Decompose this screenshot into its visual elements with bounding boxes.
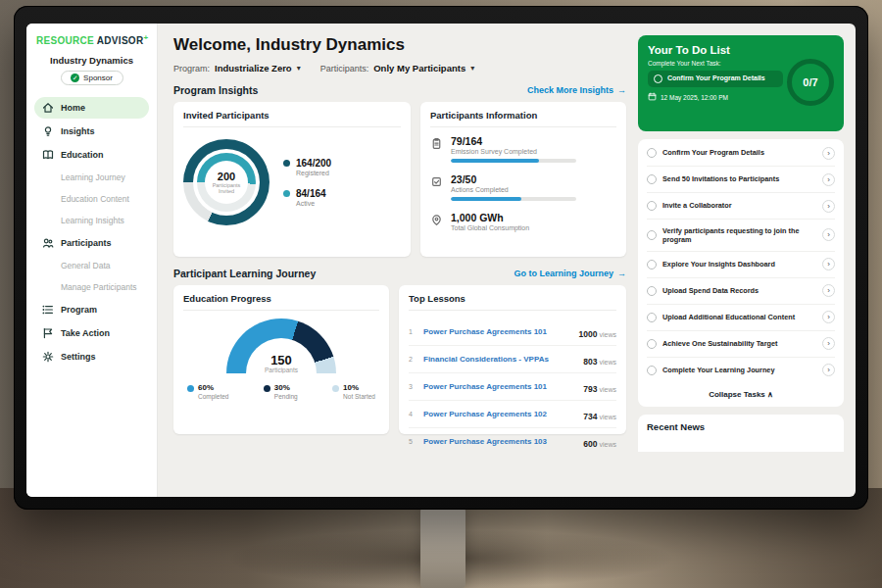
invited-total: 200 [218, 171, 235, 182]
task-checkbox-icon [654, 74, 662, 83]
sidebar-item-settings[interactable]: Settings [34, 346, 149, 368]
pending-pct: 30% [274, 383, 290, 392]
participants-information-card: Participants Information 79/164 Emission… [420, 102, 626, 257]
chevron-right-icon[interactable]: › [822, 364, 835, 376]
sidebar-item-home[interactable]: Home [34, 97, 149, 119]
task-row[interactable]: Invite a Collaborator › [647, 193, 835, 220]
lesson-link[interactable]: Power Purchase Agreements 103 [423, 437, 576, 446]
sidebar-item-learning-insights[interactable]: Learning Insights [34, 211, 149, 230]
lesson-views: 793 [583, 384, 597, 394]
program-filter-label: Program: [173, 64, 210, 74]
card-title: Top Lessons [409, 293, 616, 311]
sidebar-item-education[interactable]: Education [34, 144, 149, 166]
arrow-right-icon: → [617, 269, 626, 278]
sidebar-item-program[interactable]: Program [34, 299, 149, 320]
task-checkbox[interactable] [647, 339, 657, 349]
monitor-bezel: RESOURCE ADVISOR+ Industry Dynamics ✓ Sp… [14, 6, 868, 510]
task-checkbox[interactable] [647, 230, 657, 240]
active-label: Active [296, 200, 326, 207]
task-row[interactable]: Upload Spend Data Records › [647, 278, 835, 305]
chevron-right-icon[interactable]: › [822, 173, 835, 186]
not-started-pct: 10% [343, 383, 359, 392]
lesson-link[interactable]: Financial Considerations - VPPAs [423, 355, 576, 364]
donut-gap: 200 Participants Invited [193, 149, 260, 216]
task-row[interactable]: Upload Additional Educational Content › [647, 305, 835, 331]
sponsor-badge[interactable]: ✓ Sponsor [61, 71, 123, 85]
task-checkbox[interactable] [647, 313, 657, 322]
task-row[interactable]: Verify participants requesting to join t… [647, 220, 835, 252]
lesson-views: 600 [583, 439, 597, 449]
go-to-learning-journey-link[interactable]: Go to Learning Journey → [514, 269, 626, 278]
next-task-pill[interactable]: Confirm Your Program Details [648, 71, 783, 87]
sidebar-item-insights[interactable]: Insights [34, 121, 149, 142]
arrow-right-icon: → [617, 85, 626, 95]
participants-filter-value[interactable]: Only My Participants [373, 63, 466, 74]
link-label: Go to Learning Journey [514, 269, 613, 278]
chevron-right-icon[interactable]: › [822, 258, 835, 270]
actions-check-icon [430, 174, 443, 187]
chevron-right-icon[interactable]: › [822, 337, 835, 350]
pending-dot [264, 385, 270, 392]
sidebar-item-label: Participants [61, 238, 112, 248]
logo-resource: RESOURCE [36, 35, 94, 46]
lesson-link[interactable]: Power Purchase Agreements 102 [423, 410, 576, 418]
task-checkbox[interactable] [647, 260, 657, 270]
participants-filter-label: Participants: [320, 64, 369, 74]
insights-icon [42, 125, 54, 137]
task-label: Complete Your Learning Journey [662, 366, 816, 374]
task-checkbox[interactable] [647, 148, 657, 158]
card-title: Participants Information [430, 110, 616, 127]
lesson-link[interactable]: Power Purchase Agreements 101 [423, 382, 576, 391]
stat-label: Emission Survey Completed [451, 148, 616, 155]
invited-donut: 200 Participants Invited [183, 139, 270, 225]
education-progress-card: Education Progress 150 Participants [173, 285, 389, 434]
chevron-down-icon: ▾ [470, 64, 474, 73]
task-checkbox[interactable] [647, 174, 657, 184]
task-row[interactable]: Confirm Your Program Details › [647, 140, 835, 167]
chevron-right-icon[interactable]: › [822, 284, 835, 297]
task-checkbox[interactable] [647, 286, 657, 296]
chevron-right-icon[interactable]: › [822, 311, 835, 323]
task-row[interactable]: Achieve One Sustainability Target › [647, 331, 835, 358]
task-checkbox[interactable] [647, 201, 657, 211]
chevron-right-icon[interactable]: › [822, 228, 835, 241]
program-filter-value[interactable]: Industrialize Zero [215, 63, 292, 74]
todo-summary-card: Your To Do List Complete Your Next Task:… [638, 35, 844, 131]
check-more-insights-link[interactable]: Check More Insights → [527, 85, 626, 95]
sidebar-item-participants[interactable]: Participants [34, 232, 149, 254]
lesson-link[interactable]: Power Purchase Agreements 101 [423, 327, 572, 336]
task-row[interactable]: Send 50 Invitations to Participants › [647, 167, 835, 193]
registered-label: Registered [296, 170, 331, 176]
task-row[interactable]: Complete Your Learning Journey › [647, 358, 835, 383]
sponsor-label: Sponsor [83, 74, 113, 82]
task-label: Achieve One Sustainability Target [662, 339, 816, 348]
chevron-right-icon[interactable]: › [822, 147, 835, 160]
program-filter[interactable]: Program: Industrialize Zero ▾ [173, 63, 301, 74]
sidebar-item-manage-participants[interactable]: Manage Participants [34, 277, 149, 297]
lesson-row: 2 Financial Considerations - VPPAs 803vi… [409, 346, 616, 373]
sidebar-item-education-content[interactable]: Education Content [34, 189, 149, 209]
sidebar-item-label: Learning Journey [61, 172, 125, 182]
task-checkbox[interactable] [647, 366, 657, 375]
task-label: Confirm Your Program Details [662, 148, 816, 157]
main-area: Welcome, Industry Dynamics Program: Indu… [158, 24, 856, 497]
invited-donut-inner-ring: 200 Participants Invited [197, 153, 256, 212]
task-row[interactable]: Explore Your Insights Dashboard › [647, 252, 835, 278]
photo-background: RESOURCE ADVISOR+ Industry Dynamics ✓ Sp… [0, 0, 882, 588]
card-title: Education Progress [183, 293, 379, 311]
program-insights-title: Program Insights [173, 84, 258, 96]
chevron-right-icon[interactable]: › [822, 200, 835, 213]
task-label: Send 50 Invitations to Participants [662, 174, 816, 183]
sidebar: RESOURCE ADVISOR+ Industry Dynamics ✓ Sp… [26, 24, 158, 497]
collapse-tasks-button[interactable]: Collapse Tasks ∧ [647, 383, 835, 407]
not-started-dot [332, 385, 339, 392]
sidebar-item-general-data[interactable]: General Data [34, 256, 149, 275]
recent-news-card: Recent News [638, 415, 844, 452]
sidebar-item-take-action[interactable]: Take Action [34, 322, 149, 344]
survey-progress-bar [451, 159, 576, 163]
participants-filter[interactable]: Participants: Only My Participants ▾ [320, 63, 475, 74]
sidebar-item-learning-journey[interactable]: Learning Journey [34, 168, 149, 187]
sidebar-item-label: General Data [61, 261, 111, 270]
not-started-label: Not Started [343, 393, 375, 400]
main-content: Welcome, Industry Dynamics Program: Indu… [173, 35, 626, 497]
